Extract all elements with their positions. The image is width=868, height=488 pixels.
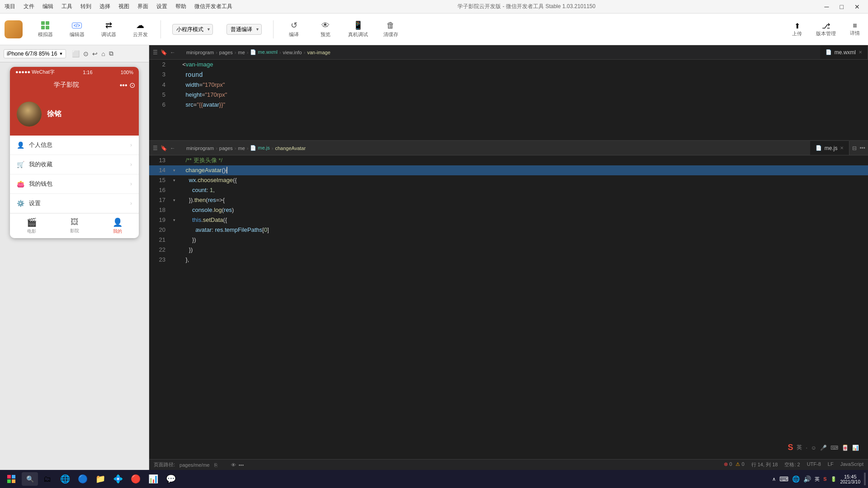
nav-me[interactable]: 👤 我的 xyxy=(96,216,139,236)
clear-cache-button[interactable]: 🗑 清缓存 xyxy=(377,18,404,40)
page-manage-icon[interactable]: ⧉ xyxy=(109,50,113,57)
menu-project[interactable]: 项目 xyxy=(5,3,15,10)
version-mgr-button[interactable]: ⎇ 版本管理 xyxy=(812,20,840,38)
taskbar-search[interactable]: 🔍 xyxy=(22,472,38,486)
mode-select[interactable]: 小程序模式 xyxy=(172,24,213,35)
menu-help[interactable]: 帮助 xyxy=(175,3,186,10)
rotate-icon[interactable]: ⬜ xyxy=(72,50,80,57)
fold-19[interactable]: ▾ xyxy=(171,215,177,225)
nav-cinemas[interactable]: 🖼 影院 xyxy=(53,216,96,236)
taskbar-lang-icon[interactable]: 英 xyxy=(815,476,820,483)
real-test-button[interactable]: 📱 真机调试 xyxy=(344,18,373,40)
menu-file[interactable]: 文件 xyxy=(24,3,34,10)
debugger-button[interactable]: ⇄ 调试器 xyxy=(95,18,122,40)
language-info[interactable]: JavaScript xyxy=(840,461,863,468)
taskbar-network-icon[interactable]: 🌐 xyxy=(792,475,800,483)
menu-settings[interactable]: 设置 xyxy=(156,3,167,10)
js-bc-sep3: › xyxy=(247,145,249,151)
translate-button[interactable]: ↺ 编译 xyxy=(280,18,307,40)
preview-icon-small[interactable]: 👁 xyxy=(231,462,236,468)
start-button[interactable] xyxy=(2,472,20,486)
fold-14[interactable]: ▾ xyxy=(171,165,177,175)
taskbar-volume-icon[interactable]: 🔊 xyxy=(803,475,811,483)
taskbar-clock[interactable]: 15:45 2021/3/10 xyxy=(840,474,861,484)
preview-button[interactable]: 👁 预览 xyxy=(312,18,339,40)
fold-21[interactable] xyxy=(171,235,177,245)
split-editor-icon[interactable]: ⊟ xyxy=(852,145,857,151)
wxml-tab[interactable]: 📄 me.wxml ✕ xyxy=(820,45,868,59)
compile-select-wrapper[interactable]: 普通编译 xyxy=(226,24,262,35)
phone-more-icon[interactable]: ••• ⊙ xyxy=(120,81,135,89)
menu-edit[interactable]: 编辑 xyxy=(42,3,53,10)
maximize-button[interactable]: □ xyxy=(836,2,847,11)
taskbar-keyboard-icon[interactable]: ⌨ xyxy=(779,475,788,483)
taskbar-app-red[interactable]: 🔴 xyxy=(127,472,144,486)
taskbar-files[interactable]: 📁 xyxy=(92,472,108,486)
cloud-button[interactable]: ☁ 云开发 xyxy=(127,18,154,40)
more-dots[interactable]: ••• xyxy=(239,462,244,468)
fold-15[interactable]: ▾ xyxy=(171,175,177,185)
window-controls[interactable]: ─ □ ✕ xyxy=(821,2,863,11)
punctuation-label: · xyxy=(806,445,807,451)
phone-avatar[interactable] xyxy=(17,102,42,127)
menu-item-favorites[interactable]: 🛒 我的收藏 › xyxy=(10,155,139,174)
compile-select[interactable]: 普通编译 xyxy=(226,24,262,35)
menu-item-settings[interactable]: ⚙️ 设置 › xyxy=(10,194,139,213)
js-action-bar[interactable]: ☰ 🔖 ← xyxy=(149,141,182,155)
menu-select[interactable]: 选择 xyxy=(99,3,110,10)
editor-action-bar[interactable]: ☰ 🔖 ← xyxy=(149,45,182,59)
menu-item-profile[interactable]: 👤 个人信息 › xyxy=(10,136,139,155)
arrow-icon-profile: › xyxy=(130,142,132,148)
taskbar-battery-icon[interactable]: 🔋 xyxy=(830,476,837,482)
nav-movies[interactable]: 🎬 电影 xyxy=(10,216,53,236)
svg-rect-3 xyxy=(12,479,15,483)
menu-goto[interactable]: 转到 xyxy=(80,3,91,10)
taskbar-powerpoint[interactable]: 📊 xyxy=(145,472,161,486)
back-step-icon[interactable]: ↩ xyxy=(92,50,98,57)
close-button[interactable]: ✕ xyxy=(851,2,863,11)
menu-tools[interactable]: 工具 xyxy=(61,3,72,10)
fold-13[interactable] xyxy=(171,155,177,165)
fold-23[interactable] xyxy=(171,255,177,265)
menu-bar[interactable]: 项目 文件 编辑 工具 转到 选择 视图 界面 设置 帮助 微信开发者工具 xyxy=(5,3,232,10)
editor-button[interactable]: </> 编辑器 xyxy=(63,18,90,40)
show-desktop-icon[interactable] xyxy=(864,473,866,485)
taskbar-browser-edge[interactable]: 🌐 xyxy=(57,472,73,486)
fold-17[interactable]: ▾ xyxy=(171,195,177,205)
fold-20[interactable] xyxy=(171,225,177,235)
fold-6[interactable] xyxy=(171,100,177,110)
bc-miniprogram: miniprogram xyxy=(186,50,214,55)
error-count[interactable]: ⊗ 0 ⚠ 0 xyxy=(724,461,744,468)
fold-18[interactable] xyxy=(171,205,177,215)
more-options-icon[interactable]: ••• xyxy=(859,145,865,151)
wxml-tab-close[interactable]: ✕ xyxy=(859,50,862,55)
fold-4[interactable] xyxy=(171,80,177,90)
taskbar-ime-icon[interactable]: S xyxy=(823,476,826,482)
taskbar-up-arrow[interactable]: ∧ xyxy=(772,476,776,482)
fold-22[interactable] xyxy=(171,245,177,255)
menu-wechat-devtools[interactable]: 微信开发者工具 xyxy=(194,3,232,10)
screenshot-icon[interactable]: ⊙ xyxy=(83,50,89,57)
fold-16[interactable] xyxy=(171,185,177,195)
copy-icon[interactable]: ⎘ xyxy=(214,462,217,468)
upload-button[interactable]: ⬆ 上传 xyxy=(788,20,806,38)
taskbar-chrome[interactable]: 🔵 xyxy=(75,472,91,486)
js-code-editor[interactable]: 13 /** 更换头像 */ 14 ▾ changeAvatar(){ 15 ▾… xyxy=(149,155,868,265)
menu-item-wallet[interactable]: 👛 我的钱包 › xyxy=(10,174,139,194)
home-icon[interactable]: ⌂ xyxy=(101,50,105,57)
details-button[interactable]: ≡ 详情 xyxy=(846,20,863,38)
fold-2[interactable] xyxy=(171,60,177,70)
taskbar-fileexplorer[interactable]: 🗂 xyxy=(39,472,56,486)
taskbar-wechat[interactable]: 💬 xyxy=(163,472,179,486)
device-selector[interactable]: iPhone 6/7/8 85% 16 ▼ xyxy=(4,49,66,58)
js-tab-close[interactable]: ✕ xyxy=(840,145,844,150)
fold-5[interactable] xyxy=(171,90,177,100)
menu-interface[interactable]: 界面 xyxy=(137,3,148,10)
mode-select-wrapper[interactable]: 小程序模式 xyxy=(172,24,213,35)
simulator-button[interactable]: 模拟器 xyxy=(32,18,59,40)
menu-view[interactable]: 视图 xyxy=(118,3,129,10)
minimize-button[interactable]: ─ xyxy=(821,2,833,11)
fold-3[interactable] xyxy=(171,70,177,80)
taskbar-vscode[interactable]: 💠 xyxy=(110,472,126,486)
js-tab[interactable]: 📄 me.js ✕ xyxy=(810,141,850,155)
